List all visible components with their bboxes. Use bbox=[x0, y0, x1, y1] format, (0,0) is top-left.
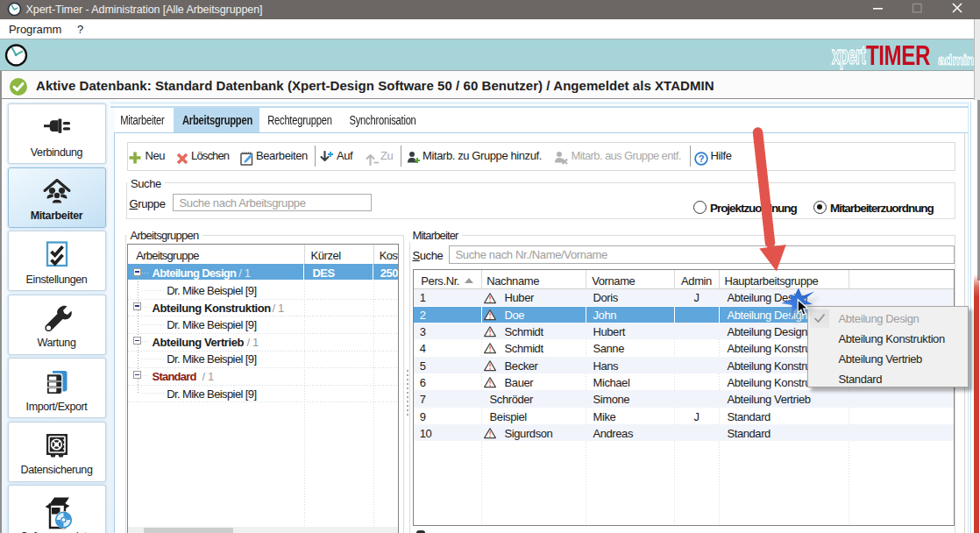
svg-text:?: ? bbox=[698, 153, 704, 164]
